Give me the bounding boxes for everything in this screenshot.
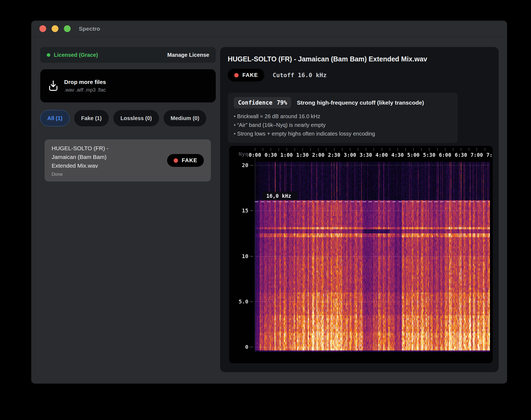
file-verdict-label: FAKE [182,157,197,164]
finding-item: “Air” band (16k–Nyq) is nearly empty [234,121,452,129]
license-status-dot-icon [47,53,50,57]
filter-tabs: All (1) Fake (1) Lossless (0) Medium (0) [40,110,206,126]
detail-verdict-badge: FAKE [228,69,264,82]
file-dropzone[interactable]: Drop more files .wav .aiff .mp3 .flac [40,69,216,102]
window-title: Spectro [79,26,100,32]
filter-medium[interactable]: Medium (0) [164,110,207,126]
spectrogram-card [229,146,493,363]
license-bar: Licensed (Grace) Manage License [40,47,216,63]
file-name: HUGEL-SOLTO (FR) - Jamaican (Bam Bam) Ex… [52,144,122,170]
verdict-row: FAKE Cutoff 16.0 kHz [228,69,327,82]
analysis-summary-box: Confidence 79% Strong high-frequency cut… [228,93,458,143]
filter-lossless[interactable]: Lossless (0) [113,110,159,126]
detail-title: HUGEL-SOLTO (FR) - Jamaican (Bam Bam) Ex… [228,55,427,63]
detail-verdict-label: FAKE [242,72,258,78]
file-list-item[interactable]: HUGEL-SOLTO (FR) - Jamaican (Bam Bam) Ex… [45,139,211,181]
file-verdict-badge: FAKE [167,154,204,167]
finding-item: Strong lows + empty highs often indicate… [234,129,452,138]
titlebar: Spectro [31,21,507,37]
confidence-badge: Confidence 79% [234,97,291,108]
zoom-button[interactable] [64,25,71,32]
filter-fake[interactable]: Fake (1) [74,110,109,126]
dropzone-text: Drop more files .wav .aiff .mp3 .flac [64,79,106,93]
analysis-summary: Strong high-frequency cutoff (likely tra… [297,99,424,106]
file-status: Done [52,172,122,177]
fake-dot-icon [174,158,178,163]
download-icon [48,80,58,91]
finding-item: Brickwall ≈ 26 dB around 16.0 kHz [234,112,452,121]
traffic-lights [39,25,71,32]
manage-license-button[interactable]: Manage License [167,52,209,58]
minimize-button[interactable] [52,25,58,32]
dropzone-title: Drop more files [64,79,106,85]
detail-panel: HUGEL-SOLTO (FR) - Jamaican (Bam Bam) Ex… [220,47,499,372]
fake-dot-icon [234,73,239,77]
findings-list: Brickwall ≈ 26 dB around 16.0 kHz “Air” … [234,112,452,138]
analysis-header: Confidence 79% Strong high-frequency cut… [234,97,452,108]
filter-all[interactable]: All (1) [40,110,70,126]
confidence-value: 79% [277,99,287,106]
license-status: Licensed (Grace) [54,52,98,58]
file-info: HUGEL-SOLTO (FR) - Jamaican (Bam Bam) Ex… [52,144,122,177]
spectrogram-canvas [229,146,493,363]
confidence-label: Confidence [238,99,272,106]
desktop: Spectro Licensed (Grace) Manage License … [0,0,531,420]
dropzone-formats: .wav .aiff .mp3 .flac [64,87,106,93]
app-window: Spectro Licensed (Grace) Manage License … [31,21,507,384]
cutoff-readout: Cutoff 16.0 kHz [273,72,327,79]
close-button[interactable] [39,25,46,32]
